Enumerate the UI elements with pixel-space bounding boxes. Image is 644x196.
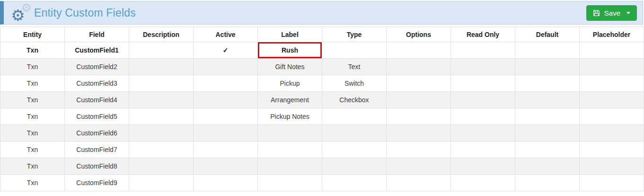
- cell-read-only[interactable]: [451, 59, 515, 75]
- cell-options[interactable]: [387, 92, 451, 108]
- cell-placeholder[interactable]: [580, 142, 644, 158]
- cell-description[interactable]: [129, 42, 194, 59]
- cell-read-only[interactable]: [451, 108, 515, 125]
- cell-placeholder[interactable]: [580, 59, 644, 75]
- cell-placeholder[interactable]: [580, 75, 644, 92]
- column-header-default: Default: [515, 27, 580, 42]
- cell-active[interactable]: [194, 75, 258, 92]
- cell-default-value[interactable]: [515, 75, 580, 92]
- cell-default-value[interactable]: [515, 142, 580, 158]
- save-button[interactable]: Save: [586, 5, 637, 21]
- cell-type[interactable]: Text: [322, 59, 387, 75]
- cell-active[interactable]: [194, 108, 258, 125]
- cell-placeholder[interactable]: [580, 158, 644, 175]
- cell-field[interactable]: CustomField6: [65, 125, 129, 142]
- cell-placeholder[interactable]: [580, 125, 644, 142]
- cell-default-value[interactable]: [515, 125, 580, 142]
- cell-active[interactable]: [194, 142, 258, 158]
- cell-entity[interactable]: Txn: [0, 158, 65, 175]
- cell-field[interactable]: CustomField8: [65, 158, 129, 175]
- column-header-entity: Entity: [0, 27, 65, 42]
- cell-default-value[interactable]: [515, 59, 580, 75]
- cell-default-value[interactable]: [515, 175, 580, 191]
- cell-active[interactable]: ✓: [194, 42, 258, 59]
- cell-entity[interactable]: Txn: [0, 59, 65, 75]
- cell-entity[interactable]: Txn: [0, 75, 65, 92]
- cell-label[interactable]: Rush: [258, 42, 322, 59]
- cell-description[interactable]: [129, 125, 194, 142]
- cell-default-value[interactable]: [515, 158, 580, 175]
- cell-type[interactable]: [322, 142, 387, 158]
- cell-description[interactable]: [129, 175, 194, 191]
- cell-active[interactable]: [194, 125, 258, 142]
- cell-description[interactable]: [129, 142, 194, 158]
- cell-type[interactable]: [322, 175, 387, 191]
- cell-description[interactable]: [129, 75, 194, 92]
- table-row: TxnCustomField1✓Rush: [0, 42, 644, 59]
- cell-read-only[interactable]: [451, 42, 515, 59]
- cell-label[interactable]: [258, 142, 322, 158]
- cell-field[interactable]: CustomField5: [65, 108, 129, 125]
- page: ⚙ ⚙ Entity Custom Fields Save Entity Fie…: [0, 0, 644, 196]
- cell-options[interactable]: [387, 125, 451, 142]
- column-header-placeholder: Placeholder: [580, 27, 644, 42]
- cell-default-value[interactable]: [515, 92, 580, 108]
- cell-default-value[interactable]: [515, 42, 580, 59]
- cell-placeholder[interactable]: [580, 108, 644, 125]
- cell-options[interactable]: [387, 108, 451, 125]
- cell-label[interactable]: Pickup: [258, 75, 322, 92]
- cell-default-value[interactable]: [515, 108, 580, 125]
- cell-description[interactable]: [129, 59, 194, 75]
- cell-placeholder[interactable]: [580, 42, 644, 59]
- cell-read-only[interactable]: [451, 75, 515, 92]
- cell-placeholder[interactable]: [580, 92, 644, 108]
- cell-field[interactable]: CustomField3: [65, 75, 129, 92]
- save-button-label: Save: [604, 9, 620, 17]
- cell-field[interactable]: CustomField4: [65, 92, 129, 108]
- cell-field[interactable]: CustomField9: [65, 175, 129, 191]
- cell-label[interactable]: Arrangement: [258, 92, 322, 108]
- cell-description[interactable]: [129, 92, 194, 108]
- cell-description[interactable]: [129, 158, 194, 175]
- cell-options[interactable]: [387, 175, 451, 191]
- cell-entity[interactable]: Txn: [0, 92, 65, 108]
- cell-entity[interactable]: Txn: [0, 108, 65, 125]
- cell-description[interactable]: [129, 108, 194, 125]
- cell-placeholder[interactable]: [580, 175, 644, 191]
- cell-options[interactable]: [387, 59, 451, 75]
- cell-type[interactable]: [322, 158, 387, 175]
- cell-label[interactable]: [258, 125, 322, 142]
- cell-options[interactable]: [387, 42, 451, 59]
- cell-active[interactable]: [194, 92, 258, 108]
- cell-options[interactable]: [387, 142, 451, 158]
- cell-entity[interactable]: Txn: [0, 142, 65, 158]
- cell-active[interactable]: [194, 175, 258, 191]
- cell-read-only[interactable]: [451, 125, 515, 142]
- table-row: TxnCustomField8: [0, 158, 644, 175]
- cell-options[interactable]: [387, 158, 451, 175]
- cell-type[interactable]: [322, 125, 387, 142]
- cell-options[interactable]: [387, 75, 451, 92]
- cell-entity[interactable]: Txn: [0, 175, 65, 191]
- cell-entity[interactable]: Txn: [0, 125, 65, 142]
- cell-type[interactable]: [322, 42, 387, 59]
- cell-read-only[interactable]: [451, 92, 515, 108]
- cell-type[interactable]: Switch: [322, 75, 387, 92]
- chevron-down-icon[interactable]: [626, 12, 630, 14]
- cell-field[interactable]: CustomField2: [65, 59, 129, 75]
- column-header-description: Description: [129, 27, 194, 42]
- cell-field[interactable]: CustomField7: [65, 142, 129, 158]
- cell-type[interactable]: Checkbox: [322, 92, 387, 108]
- cell-read-only[interactable]: [451, 142, 515, 158]
- cell-entity[interactable]: Txn: [0, 42, 65, 59]
- cell-type[interactable]: [322, 108, 387, 125]
- cell-active[interactable]: [194, 158, 258, 175]
- cell-active[interactable]: [194, 59, 258, 75]
- cell-label[interactable]: Pickup Notes: [258, 108, 322, 125]
- cell-field[interactable]: CustomField1: [65, 42, 129, 59]
- cell-read-only[interactable]: [451, 175, 515, 191]
- cell-read-only[interactable]: [451, 158, 515, 175]
- cell-label[interactable]: [258, 175, 322, 191]
- cell-label[interactable]: [258, 158, 322, 175]
- cell-label[interactable]: Gift Notes: [258, 59, 322, 75]
